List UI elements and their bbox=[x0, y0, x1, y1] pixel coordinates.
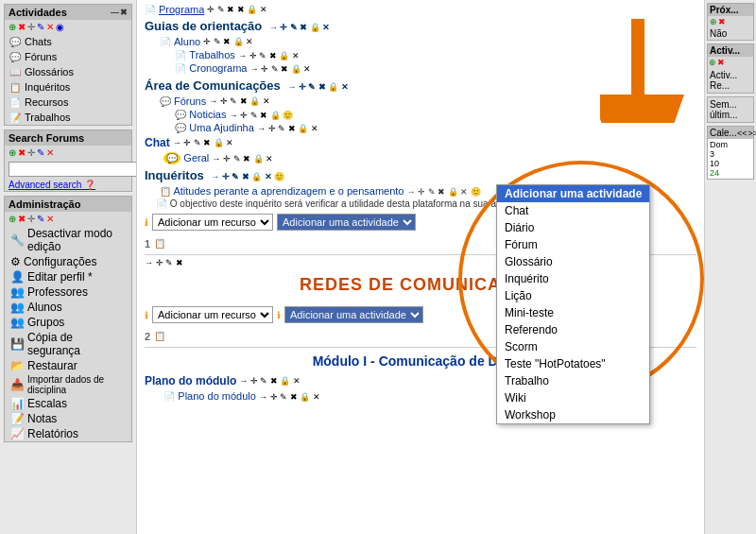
calendar-content: Dom 3 10 24 bbox=[708, 139, 753, 179]
dropdown-workshop[interactable]: Workshop bbox=[497, 406, 649, 423]
cronograma-actions: → ✛ ✎ ✖ 🔒 ✕ bbox=[250, 64, 312, 74]
dropdown-trabalho[interactable]: Trabalho bbox=[497, 372, 649, 389]
dropdown-referendo[interactable]: Referendo bbox=[497, 321, 649, 338]
dropdown-header[interactable]: Adicionar uma actividade bbox=[497, 185, 649, 202]
admin-item-copia[interactable]: 💾 Cópia de segurança bbox=[5, 330, 131, 358]
editar-icon: 👤 bbox=[10, 270, 25, 284]
professores-label: Professores bbox=[27, 285, 88, 299]
plano-sub-actions: → ✛ ✎ ✖ 🔒 ✕ bbox=[259, 392, 320, 402]
foruns-chat-icon: 💬 bbox=[160, 96, 171, 107]
advanced-search-link[interactable]: Advanced search ❓ bbox=[5, 179, 131, 191]
editar-label: Editar perfil * bbox=[27, 270, 93, 284]
programa-link[interactable]: Programa bbox=[159, 4, 204, 15]
admin-edit-icon: ✎ bbox=[37, 214, 44, 224]
search-input[interactable] bbox=[9, 162, 137, 177]
actividades-header: Actividades — ✖ bbox=[5, 5, 131, 20]
relatorios-icon: 📈 bbox=[10, 427, 25, 440]
sidebar-item-inqueritos[interactable]: 📋 Inquéritos bbox=[5, 79, 131, 95]
dom-label: Dom bbox=[710, 140, 751, 149]
cronograma-link[interactable]: Cronograma bbox=[189, 62, 247, 74]
sidebar-item-recursos[interactable]: 📄 Recursos bbox=[5, 95, 131, 110]
recursos-icon: 📄 bbox=[9, 95, 22, 109]
copia-icon: 💾 bbox=[10, 337, 25, 351]
admin-item-desactivar[interactable]: 🔧 Desactivar modo edição bbox=[5, 226, 131, 254]
admin-del-icon: ✕ bbox=[46, 214, 54, 224]
noticias-link[interactable]: Noticias bbox=[189, 109, 226, 120]
activity-dropdown[interactable]: Adicionar uma actividade Chat Diário Fór… bbox=[496, 184, 650, 424]
inqueritos-title: Inquéritos → ✛ ✎ ✖ 🔒 ✕ 🙂 bbox=[145, 168, 696, 182]
section2-number: 2 bbox=[145, 331, 150, 342]
sem-section: Sem... últim... bbox=[707, 96, 754, 123]
admin-item-relatorios[interactable]: 📈 Relatórios bbox=[5, 426, 131, 441]
admin-item-restaurar[interactable]: 📂 Restaurar bbox=[5, 358, 131, 373]
collapse-btn[interactable]: — bbox=[111, 8, 119, 17]
configuracoes-label: Configurações bbox=[24, 255, 96, 268]
left-sidebar: Actividades — ✖ ⊕ ✖ ✛ ✎ ✕ ◉ 💬 Chats 💬 Fó… bbox=[0, 0, 137, 534]
sem-label: Sem... bbox=[710, 99, 751, 110]
sidebar-item-trabalhos[interactable]: 📝 Trabalhos bbox=[5, 110, 131, 125]
admin-item-configuracoes[interactable]: ⚙ Configurações bbox=[5, 254, 131, 269]
geral-row: 💬 Geral → ✛ ✎ ✖ 🔒 ✕ bbox=[145, 151, 696, 164]
add-resource-select1[interactable]: Adicionar um recurso bbox=[152, 214, 273, 231]
inqueritos-icons: → ✛ ✎ ✖ 🔒 ✕ 🙂 bbox=[211, 172, 284, 181]
sidebar-item-foruns[interactable]: 💬 Fóruns bbox=[5, 49, 131, 64]
admin-item-alunos[interactable]: 👥 Alunos bbox=[5, 300, 131, 315]
geral-link[interactable]: Geral bbox=[183, 152, 209, 164]
importar-label: Importar dados de disciplina bbox=[27, 374, 126, 395]
plano-sub-link[interactable]: Plano do módulo bbox=[178, 390, 256, 402]
ultim-label: últim... bbox=[710, 110, 751, 120]
add-activity-select2[interactable]: Adicionar uma actividade bbox=[284, 306, 423, 323]
admin-header: Administração bbox=[5, 197, 131, 212]
search-row: > bbox=[5, 160, 131, 179]
inquerito2-icon: 📄 bbox=[156, 198, 167, 209]
ajudinha-actions: → ✛ ✎ ✖ 🔒 ✕ bbox=[257, 124, 318, 133]
dropdown-hotpotatoes[interactable]: Teste "HotPotatoes" bbox=[497, 355, 649, 372]
sidebar-item-chats[interactable]: 💬 Chats bbox=[5, 34, 131, 49]
admin-item-editar[interactable]: 👤 Editar perfil * bbox=[5, 269, 131, 284]
admin-item-professores[interactable]: 👥 Professores bbox=[5, 284, 131, 300]
right-sidebar: Próx... ⊕ ✖ Não Activ... ⊕ ✖ Activ... Re… bbox=[704, 0, 756, 534]
geral-icon: 💬 bbox=[163, 152, 180, 164]
dropdown-glossario[interactable]: Glossário bbox=[497, 253, 649, 270]
ajudinha-link[interactable]: Uma Ajudinha bbox=[189, 122, 254, 133]
resource-info-icon: ℹ bbox=[145, 217, 148, 228]
dropdown-inquerito[interactable]: Inquérito bbox=[497, 270, 649, 287]
activ-header: Activ... bbox=[708, 44, 753, 57]
search-icons: ⊕ ✖ ✛ ✎ ✕ bbox=[5, 146, 131, 160]
desactivar-icon: 🔧 bbox=[10, 233, 25, 247]
dropdown-miniteste[interactable]: Mini-teste bbox=[497, 304, 649, 321]
admin-icons: ⊕ ✖ ✛ ✎ ✕ bbox=[5, 212, 131, 226]
inquerito1-icon: 📋 bbox=[160, 186, 171, 197]
dropdown-scorm[interactable]: Scorm bbox=[497, 338, 649, 355]
inquerito1-actions: → ✛ ✎ ✖ 🔒 ✕ 🙂 bbox=[407, 187, 481, 197]
trabalhos-link[interactable]: Trabalhos bbox=[189, 49, 235, 60]
programa-actions: ✛ ✎ ✖ ✖ 🔒 ✕ bbox=[207, 5, 267, 14]
dropdown-licao[interactable]: Lição bbox=[497, 287, 649, 304]
dropdown-forum[interactable]: Fórum bbox=[497, 236, 649, 253]
plano-sub-icon: 📄 bbox=[163, 391, 175, 402]
sidebar-item-glossarios[interactable]: 📖 Glossários bbox=[5, 64, 131, 79]
trabalhos-icon: 📝 bbox=[9, 111, 22, 124]
admin-item-importar[interactable]: 📥 Importar dados de disciplina bbox=[5, 373, 131, 396]
dropdown-chat[interactable]: Chat bbox=[497, 202, 649, 219]
cal-prev-btn[interactable]: << bbox=[737, 129, 747, 138]
calendar-section: Cale... << >> Dom 3 10 24 bbox=[707, 126, 754, 180]
close-btn[interactable]: ✖ bbox=[120, 8, 128, 17]
aluno-link[interactable]: Aluno bbox=[174, 36, 200, 47]
dropdown-wiki[interactable]: Wiki bbox=[497, 389, 649, 406]
escalas-icon: 📊 bbox=[10, 397, 25, 410]
desactivar-label: Desactivar modo edição bbox=[27, 227, 126, 253]
cal-next-btn[interactable]: >> bbox=[747, 129, 756, 138]
nao-label: Não bbox=[710, 28, 751, 39]
dropdown-diario[interactable]: Diário bbox=[497, 219, 649, 236]
admin-item-notas[interactable]: 📝 Notas bbox=[5, 411, 131, 426]
inquerito1-link[interactable]: Atitudes perante a aprendizagem e o pens… bbox=[173, 185, 404, 197]
foruns-link[interactable]: Fóruns bbox=[174, 95, 206, 107]
trabalhos-label: Trabalhos bbox=[25, 112, 71, 123]
add-activity-select1[interactable]: Adicionar uma actividade bbox=[277, 214, 416, 231]
search-edit-icon: ✎ bbox=[37, 147, 44, 158]
admin-item-escalas[interactable]: 📊 Escalas bbox=[5, 396, 131, 411]
add-resource-select2[interactable]: Adicionar um recurso bbox=[152, 306, 273, 323]
admin-item-grupos[interactable]: 👥 Grupos bbox=[5, 315, 131, 330]
prox-content: Não bbox=[708, 27, 753, 40]
